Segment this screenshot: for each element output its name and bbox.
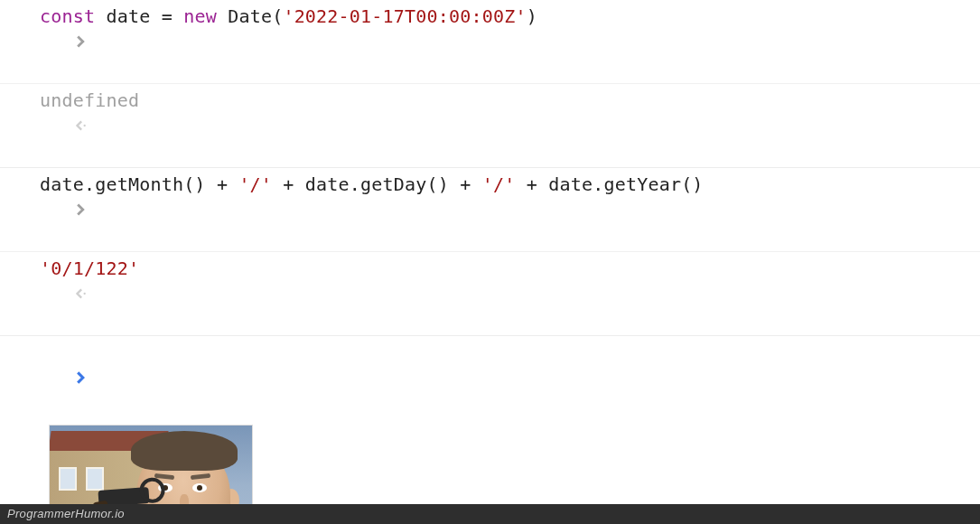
console-output-row: undefined (0, 84, 980, 168)
console-result: undefined (40, 88, 971, 113)
chevron-right-active-icon (9, 340, 40, 416)
console-result: '0/1/122' (40, 256, 971, 281)
chevron-left-dot-icon (9, 256, 40, 332)
console-code: date.getMonth() + '/' + date.getDay() + … (40, 172, 971, 197)
chevron-right-icon (9, 4, 40, 80)
watermark-text: ProgrammerHumor.io (7, 507, 125, 520)
watermark-footer: ProgrammerHumor.io (0, 504, 980, 524)
console-code: const date = new Date('2022-01-17T00:00:… (40, 4, 971, 29)
chevron-right-icon (9, 172, 40, 248)
svg-point-1 (84, 293, 86, 295)
console-output-row: '0/1/122' (0, 252, 980, 336)
console-prompt-row[interactable] (0, 336, 980, 419)
console-input-row[interactable]: date.getMonth() + '/' + date.getDay() + … (0, 168, 980, 252)
svg-point-0 (84, 125, 86, 126)
devtools-console[interactable]: const date = new Date('2022-01-17T00:00:… (0, 0, 980, 419)
console-input-row[interactable]: const date = new Date('2022-01-17T00:00:… (0, 0, 980, 84)
chevron-left-dot-icon (9, 88, 40, 164)
